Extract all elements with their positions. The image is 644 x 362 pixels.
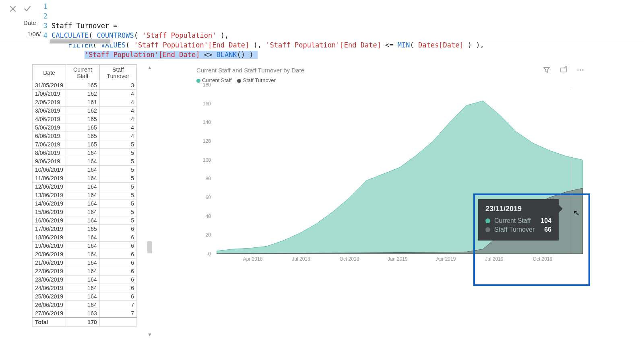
- legend-dot-teal-icon: [196, 79, 200, 83]
- table-row[interactable]: 22/06/20191646: [33, 267, 137, 276]
- table-row[interactable]: 15/06/20191645: [33, 208, 137, 216]
- table-row[interactable]: 25/06/20191646: [33, 292, 137, 301]
- scroll-up-icon[interactable]: ▲: [147, 64, 153, 71]
- table-row[interactable]: 13/06/20191645: [33, 191, 137, 200]
- table-cell: 5: [99, 200, 136, 208]
- table-header-cell[interactable]: Staff Turnover: [99, 65, 136, 81]
- table-cell: 14/06/2019: [33, 200, 66, 208]
- table-cell: 6: [99, 292, 136, 301]
- table-cell: 165: [66, 140, 100, 149]
- filter-icon[interactable]: [543, 66, 551, 74]
- table-row[interactable]: 12/06/20191645: [33, 183, 137, 191]
- table-cell: 161: [66, 98, 100, 107]
- table-row[interactable]: 8/06/20191645: [33, 149, 137, 157]
- table-header-row: DateCurrent StaffStaff Turnover: [33, 65, 137, 81]
- x-tick-label: Jul 2019: [485, 256, 503, 262]
- formula-horizontal-scrollbar[interactable]: [49, 39, 114, 44]
- table-cell: 21/06/2019: [33, 259, 66, 267]
- table-row[interactable]: 2/06/20191614: [33, 98, 137, 107]
- y-tick-label: 100: [203, 157, 211, 163]
- focus-mode-icon[interactable]: [559, 66, 568, 74]
- table-row[interactable]: 18/06/20191646: [33, 233, 137, 242]
- table-cell: 162: [66, 90, 100, 98]
- table-cell: 26/06/2019: [33, 301, 66, 309]
- table-cell: 164: [66, 233, 100, 242]
- report-canvas: DateCurrent StaffStaff Turnover 31/05/20…: [0, 64, 644, 362]
- svg-rect-0: [561, 68, 566, 72]
- scroll-down-icon[interactable]: ▼: [147, 331, 153, 338]
- table-row[interactable]: 17/06/20191656: [33, 225, 137, 233]
- slicer-label: Date: [23, 19, 36, 26]
- table-row[interactable]: 9/06/20191645: [33, 157, 137, 166]
- chart-hover-line: [571, 89, 571, 254]
- tooltip-series-name: Current Staff: [494, 217, 537, 224]
- table-cell: 13/06/2019: [33, 191, 66, 200]
- table-cell: 19/06/2019: [33, 242, 66, 250]
- table-cell: 165: [66, 225, 100, 233]
- area-chart-visual[interactable]: Current Staff and Staff Turnover by Date…: [193, 64, 588, 274]
- table-cell: 5: [99, 216, 136, 225]
- table-row[interactable]: 4/06/20191654: [33, 115, 137, 123]
- table-cell: 163: [66, 309, 100, 318]
- scrollbar-thumb[interactable]: [147, 241, 152, 253]
- table-cell: 165: [66, 123, 100, 132]
- table-cell: 164: [66, 166, 100, 174]
- scrollbar-thumb[interactable]: [50, 39, 110, 43]
- x-tick-label: Apr 2019: [436, 256, 456, 262]
- table-row[interactable]: 5/06/20191654: [33, 123, 137, 132]
- chart-header: Current Staff and Staff Turnover by Date: [193, 64, 588, 76]
- chart-plot-area[interactable]: 020406080100120140160180 Apr 2018Jul 201…: [196, 85, 583, 266]
- table-cell: 3: [99, 81, 136, 90]
- more-options-icon[interactable]: [576, 66, 584, 74]
- table-header-cell[interactable]: Date: [33, 65, 66, 81]
- table-cell: 164: [66, 174, 100, 183]
- table-cell: 164: [66, 216, 100, 225]
- table-row[interactable]: 6/06/20191654: [33, 132, 137, 140]
- table-row[interactable]: 3/06/20191624: [33, 107, 137, 115]
- table-row[interactable]: 14/06/20191645: [33, 200, 137, 208]
- table-cell: 20/06/2019: [33, 250, 66, 259]
- commit-formula-button[interactable]: [22, 3, 33, 14]
- y-tick-label: 140: [203, 119, 211, 125]
- table-cell: 6: [99, 284, 136, 292]
- table-row[interactable]: 21/06/20191646: [33, 259, 137, 267]
- legend-label: Staff Turnover: [243, 77, 275, 83]
- table-row[interactable]: 27/06/20191637: [33, 309, 137, 318]
- table-row[interactable]: 19/06/20191646: [33, 242, 137, 250]
- table-visual[interactable]: DateCurrent StaffStaff Turnover 31/05/20…: [32, 64, 145, 354]
- table-cell: 9/06/2019: [33, 157, 66, 166]
- table-row[interactable]: 16/06/20191645: [33, 216, 137, 225]
- table-body: 31/05/201916531/06/201916242/06/20191614…: [33, 81, 137, 327]
- tooltip-row: Staff Turnover66: [485, 226, 551, 233]
- chart-title: Current Staff and Staff Turnover by Date: [196, 67, 543, 74]
- tooltip-dot-icon: [485, 227, 490, 232]
- table-row[interactable]: 11/06/20191645: [33, 174, 137, 183]
- table-cell: 6: [99, 267, 136, 276]
- table-header-cell[interactable]: Current Staff: [66, 65, 100, 81]
- table-cell: 5: [99, 208, 136, 216]
- table-cell: 12/06/2019: [33, 183, 66, 191]
- table-row[interactable]: 23/06/20191646: [33, 276, 137, 284]
- y-tick-label: 20: [206, 232, 211, 238]
- table-cell: 5: [99, 140, 136, 149]
- y-tick-label: 80: [206, 176, 211, 181]
- table-row[interactable]: 31/05/20191653: [33, 81, 137, 90]
- table-cell: 164: [66, 157, 100, 166]
- table-cell: 5: [99, 183, 136, 191]
- table-cell: 164: [66, 284, 100, 292]
- slicer-value: 1/06/: [27, 31, 41, 37]
- table-row[interactable]: 24/06/20191646: [33, 284, 137, 292]
- table-row[interactable]: 7/06/20191655: [33, 140, 137, 149]
- table-row[interactable]: 1/06/20191624: [33, 90, 137, 98]
- table-vertical-scrollbar[interactable]: ▲ ▼: [147, 64, 153, 338]
- table-row[interactable]: 10/06/20191645: [33, 166, 137, 174]
- table-row[interactable]: 26/06/20191647: [33, 301, 137, 309]
- table-row[interactable]: 20/06/20191646: [33, 250, 137, 259]
- total-value: 170: [66, 318, 100, 327]
- table-cell: 23/06/2019: [33, 276, 66, 284]
- table-cell: 164: [66, 276, 100, 284]
- table-cell: 164: [66, 242, 100, 250]
- cancel-formula-button[interactable]: [7, 3, 19, 14]
- table-cell: 17/06/2019: [33, 225, 66, 233]
- total-label: Total: [33, 318, 66, 327]
